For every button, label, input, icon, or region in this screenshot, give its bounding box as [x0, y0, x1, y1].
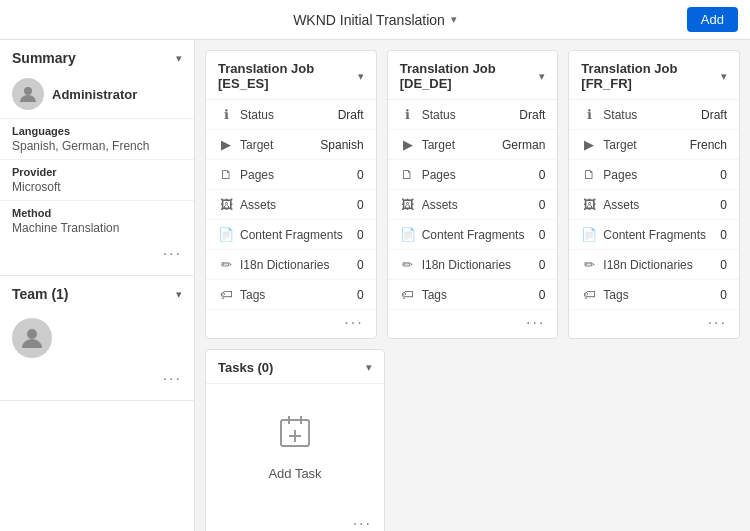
team-chevron-icon[interactable]: ▾	[176, 288, 182, 301]
job-row-label-2-4: 📄 Content Fragments	[581, 227, 706, 242]
row-label-text-2-1: Target	[603, 138, 636, 152]
job-row-0-5: ✏ I18n Dictionaries 0	[206, 250, 376, 280]
tasks-header: Tasks (0) ▾	[206, 350, 384, 384]
job-row-2-6: 🏷 Tags 0	[569, 280, 739, 310]
summary-title: Summary	[12, 50, 76, 66]
row-value-0-4: 0	[357, 228, 364, 242]
tasks-title: Tasks (0)	[218, 360, 273, 375]
summary-provider-row: Provider Microsoft	[0, 159, 194, 200]
translation-job-card-1: Translation Job [DE_DE] ▾ ℹ Status Draft…	[387, 50, 559, 339]
row-label-text-0-0: Status	[240, 108, 274, 122]
summary-chevron-icon[interactable]: ▾	[176, 52, 182, 65]
job-row-0-0: ℹ Status Draft	[206, 100, 376, 130]
team-title: Team (1)	[12, 286, 69, 302]
job-row-label-2-0: ℹ Status	[581, 107, 637, 122]
tasks-row: Tasks (0) ▾ Add Task ·	[205, 349, 740, 531]
team-panel-header: Team (1) ▾	[0, 276, 194, 310]
app-header: WKND Initial Translation ▾ Add	[0, 0, 750, 40]
row-label-text-0-2: Pages	[240, 168, 274, 182]
job-chevron-icon-0[interactable]: ▾	[358, 70, 364, 83]
summary-user-row: Administrator	[0, 74, 194, 118]
row-icon-2-5: ✏	[581, 257, 597, 272]
job-row-label-1-6: 🏷 Tags	[400, 287, 447, 302]
job-row-label-1-1: ▶ Target	[400, 137, 455, 152]
row-icon-2-1: ▶	[581, 137, 597, 152]
row-icon-1-3: 🖼	[400, 197, 416, 212]
method-label: Method	[12, 207, 182, 219]
row-icon-1-0: ℹ	[400, 107, 416, 122]
row-value-1-3: 0	[539, 198, 546, 212]
svg-point-0	[24, 87, 32, 95]
translation-job-card-2: Translation Job [FR_FR] ▾ ℹ Status Draft…	[568, 50, 740, 339]
row-value-0-0: Draft	[338, 108, 364, 122]
job-row-label-1-5: ✏ I18n Dictionaries	[400, 257, 511, 272]
job-row-1-3: 🖼 Assets 0	[388, 190, 558, 220]
job-row-2-1: ▶ Target French	[569, 130, 739, 160]
row-label-text-1-2: Pages	[422, 168, 456, 182]
title-chevron-icon[interactable]: ▾	[451, 13, 457, 26]
job-header-0: Translation Job [ES_ES] ▾	[206, 51, 376, 100]
job-title-1: Translation Job [DE_DE]	[400, 61, 540, 91]
row-icon-0-1: ▶	[218, 137, 234, 152]
add-task-label: Add Task	[268, 466, 321, 481]
job-chevron-icon-2[interactable]: ▾	[721, 70, 727, 83]
add-button[interactable]: Add	[687, 7, 738, 32]
job-row-1-6: 🏷 Tags 0	[388, 280, 558, 310]
summary-more-button[interactable]: ···	[0, 241, 194, 267]
row-label-text-2-2: Pages	[603, 168, 637, 182]
job-row-2-0: ℹ Status Draft	[569, 100, 739, 130]
row-icon-2-4: 📄	[581, 227, 597, 242]
row-label-text-2-3: Assets	[603, 198, 639, 212]
team-member-row	[0, 310, 194, 366]
team-more-button[interactable]: ···	[0, 366, 194, 392]
job-row-label-0-6: 🏷 Tags	[218, 287, 265, 302]
job-row-0-4: 📄 Content Fragments 0	[206, 220, 376, 250]
job-more-button-0[interactable]: ···	[206, 310, 376, 338]
main-layout: Summary ▾ Administrator Languages Spanis…	[0, 40, 750, 531]
job-row-label-2-1: ▶ Target	[581, 137, 636, 152]
row-value-2-0: Draft	[701, 108, 727, 122]
team-panel: Team (1) ▾ ···	[0, 276, 194, 401]
row-label-text-2-4: Content Fragments	[603, 228, 706, 242]
row-value-1-4: 0	[539, 228, 546, 242]
job-header-1: Translation Job [DE_DE] ▾	[388, 51, 558, 100]
job-row-1-1: ▶ Target German	[388, 130, 558, 160]
row-value-0-1: Spanish	[320, 138, 363, 152]
admin-name: Administrator	[52, 87, 137, 102]
summary-panel: Summary ▾ Administrator Languages Spanis…	[0, 40, 194, 276]
job-row-label-1-0: ℹ Status	[400, 107, 456, 122]
row-value-0-6: 0	[357, 288, 364, 302]
job-row-2-2: 🗋 Pages 0	[569, 160, 739, 190]
row-icon-2-2: 🗋	[581, 167, 597, 182]
row-icon-0-0: ℹ	[218, 107, 234, 122]
row-icon-1-1: ▶	[400, 137, 416, 152]
row-value-1-0: Draft	[519, 108, 545, 122]
row-icon-1-5: ✏	[400, 257, 416, 272]
row-label-text-1-1: Target	[422, 138, 455, 152]
job-row-1-5: ✏ I18n Dictionaries 0	[388, 250, 558, 280]
job-row-label-0-1: ▶ Target	[218, 137, 273, 152]
job-header-2: Translation Job [FR_FR] ▾	[569, 51, 739, 100]
row-label-text-1-4: Content Fragments	[422, 228, 525, 242]
row-label-text-1-6: Tags	[422, 288, 447, 302]
admin-avatar	[12, 78, 44, 110]
translation-jobs-row: Translation Job [ES_ES] ▾ ℹ Status Draft…	[205, 50, 740, 339]
translation-job-card-0: Translation Job [ES_ES] ▾ ℹ Status Draft…	[205, 50, 377, 339]
summary-method-row: Method Machine Translation	[0, 200, 194, 241]
job-row-0-6: 🏷 Tags 0	[206, 280, 376, 310]
tasks-more-button[interactable]: ···	[206, 511, 384, 531]
languages-label: Languages	[12, 125, 182, 137]
row-icon-2-0: ℹ	[581, 107, 597, 122]
provider-value: Microsoft	[12, 180, 182, 194]
sidebar: Summary ▾ Administrator Languages Spanis…	[0, 40, 195, 531]
job-row-label-0-2: 🗋 Pages	[218, 167, 274, 182]
job-row-label-1-2: 🗋 Pages	[400, 167, 456, 182]
method-value: Machine Translation	[12, 221, 182, 235]
row-value-1-2: 0	[539, 168, 546, 182]
job-chevron-icon-1[interactable]: ▾	[539, 70, 545, 83]
job-more-button-2[interactable]: ···	[569, 310, 739, 338]
tasks-chevron-icon[interactable]: ▾	[366, 361, 372, 374]
add-task-button[interactable]: Add Task	[206, 384, 384, 511]
job-row-label-0-3: 🖼 Assets	[218, 197, 276, 212]
job-more-button-1[interactable]: ···	[388, 310, 558, 338]
